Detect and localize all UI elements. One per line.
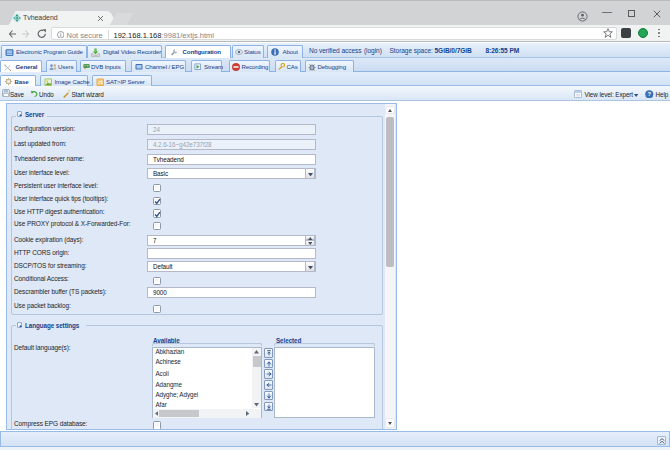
svg-text:?: ? — [647, 91, 651, 97]
